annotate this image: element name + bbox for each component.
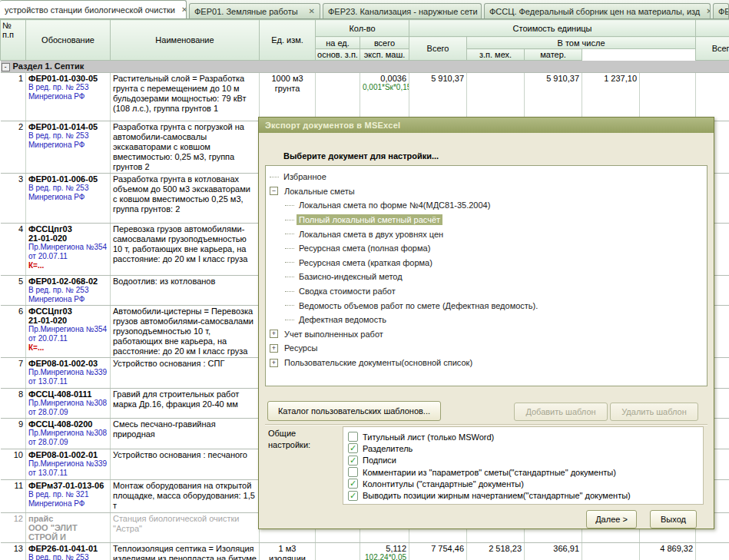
section-row[interactable]: -Раздел 1. Септик (1, 61, 729, 73)
tree-item[interactable]: +Пользовательские документы(основной спи… (266, 356, 707, 370)
cell-ed-izm[interactable]: 1000 м3 грунта (260, 72, 316, 121)
cell-naimenovanie[interactable]: Автомобили-цистерны = Перевозка грузов а… (111, 305, 260, 357)
settings-checkbox-row[interactable]: ✓Подписи (348, 455, 703, 466)
cell-vsego-right[interactable] (696, 542, 729, 560)
tree-item[interactable]: Сводка стоимости работ (266, 284, 707, 299)
tab-1[interactable]: устройство станции биологической очистки… (0, 0, 187, 18)
tree-item[interactable]: Ресурсная смета (краткая форма) (266, 256, 707, 270)
settings-checkbox-row[interactable]: ✓Титульный лист (только MSWord) (348, 431, 703, 442)
tab-3[interactable]: ФЕР23. Канализация - наружные сети✕ (323, 3, 482, 18)
checkbox-checked-icon[interactable]: ✓ (348, 491, 358, 501)
cell-num[interactable]: 12 (1, 512, 26, 542)
cell-num[interactable]: 3 (1, 173, 26, 223)
cell-zp-mekh[interactable] (582, 542, 640, 560)
cell-num[interactable]: 8 (1, 388, 26, 418)
tab-close-icon[interactable]: ✕ (175, 5, 187, 14)
settings-checkbox-row[interactable]: ✓Разделитель (348, 442, 703, 454)
cell-num[interactable]: 10 (1, 449, 26, 479)
checkbox-checked-icon[interactable]: ✓ (348, 456, 358, 466)
tree-item[interactable]: +Ресурсы (266, 341, 707, 356)
cell-kol-na-ed[interactable] (316, 72, 360, 121)
collapse-icon[interactable]: − (270, 187, 278, 195)
cell-eksp-mash[interactable]: 366,91 (525, 542, 582, 560)
tab-close-icon[interactable]: ✕ (478, 7, 482, 15)
cell-obosnovanie[interactable]: ФЕР08-01-002-03Пр.Минрегиона №339от 13.0… (26, 357, 111, 388)
tree-item[interactable]: +Учет выполненных работ (266, 327, 707, 342)
cell-zp-mekh[interactable]: 1 237,10 (582, 72, 640, 121)
cell-mater[interactable]: 4 869,32 (640, 542, 696, 560)
next-button[interactable]: Далее > (586, 510, 637, 529)
expand-icon[interactable]: + (270, 344, 278, 353)
tab-2[interactable]: ФЕР01. Земляные работы✕ (189, 3, 320, 18)
cell-num[interactable]: 11 (1, 479, 26, 512)
tree-item[interactable]: −Локальные сметы (266, 184, 707, 199)
cell-obosnovanie[interactable]: ФЕР01-01-014-05В ред. пр. № 253Минрегион… (26, 121, 111, 173)
cell-num[interactable]: 1 (1, 72, 26, 121)
cell-num[interactable]: 4 (1, 223, 26, 275)
cell-obosnovanie[interactable]: ФЕР26-01-041-01В ред. пр. № 253Минрегион… (26, 542, 111, 560)
cell-obosnovanie[interactable]: ФССЦ-408-0200Пр.Минрегиона №308от 28.07.… (26, 418, 111, 449)
tree-item[interactable]: Локальная смета по форме №4(МДС81-35.200… (266, 198, 707, 213)
cell-naimenovanie[interactable]: Разработка грунта с погрузкой на автомоб… (111, 121, 260, 173)
tree-item[interactable]: Дефектная ведомость (266, 313, 707, 327)
cell-naimenovanie[interactable]: Водоотлив: из котлованов (111, 275, 260, 305)
tab-5[interactable]: ФЕ (713, 3, 729, 18)
cell-obosnovanie[interactable]: ФЕР01-01-030-05В ред. пр. № 253Минрегион… (26, 72, 111, 121)
checkbox-unchecked-icon[interactable]: ✓ (348, 432, 358, 442)
expand-icon[interactable]: + (270, 359, 278, 367)
tab-close-icon[interactable]: ✕ (303, 7, 315, 15)
cell-ed-izm[interactable]: 1 м3 изоляции (260, 542, 316, 560)
tab-close-icon[interactable]: ✕ (700, 7, 711, 15)
cell-mater[interactable] (640, 72, 696, 121)
section-collapse-icon[interactable]: - (2, 63, 10, 71)
table-row[interactable]: 13ФЕР26-01-041-01В ред. пр. № 253Минреги… (1, 542, 729, 560)
cell-naimenovanie[interactable]: Монтаж оборудования на открытой площадке… (111, 479, 260, 512)
tab-4[interactable]: ФССЦ. Федеральный сборник цен на материа… (484, 3, 711, 18)
tree-item[interactable]: Ресурсная смета (полная форма) (266, 241, 707, 256)
cell-num[interactable]: 5 (1, 275, 26, 305)
cell-obosnovanie[interactable]: прайсООО "ЭЛИТ СТРОЙ И (26, 512, 111, 542)
add-template-button[interactable]: Добавить шаблон (514, 403, 608, 421)
cell-vsego-right[interactable] (696, 72, 729, 121)
checkbox-checked-icon[interactable]: ✓ (348, 443, 358, 453)
cell-osnov-zp[interactable] (467, 72, 525, 121)
cell-naimenovanie[interactable]: Устройство основания : СПГ (111, 357, 260, 388)
cell-obosnovanie[interactable]: ФССЦпг0321-01-020Пр.Минрегиона №354от 20… (26, 223, 111, 275)
cell-obosnovanie[interactable]: ФССЦпг0321-01-020Пр.Минрегиона №354от 20… (26, 305, 111, 357)
settings-checkbox-row[interactable]: ✓Колонтитулы ("стандартные" документы) (348, 478, 703, 489)
cell-num[interactable]: 6 (1, 305, 26, 357)
cell-num[interactable]: 2 (1, 121, 26, 173)
cell-obosnovanie[interactable]: ФЕР01-02-068-02В ред. пр. № 253Минрегион… (26, 275, 111, 305)
cell-obosnovanie[interactable]: ФЕР01-01-006-05В ред. пр. № 253Минрегион… (26, 173, 111, 223)
delete-template-button[interactable]: Удалить шаблон (610, 403, 698, 421)
tree-item[interactable]: Ведомость объемов работ по смете (Дефект… (266, 298, 707, 313)
cell-naimenovanie[interactable]: Теплоизоляция септика = Изоляция изделия… (111, 542, 260, 560)
cell-osnov-zp[interactable]: 2 518,23 (467, 542, 525, 560)
expand-icon[interactable]: + (270, 330, 278, 338)
cell-naimenovanie[interactable]: Гравий для строительных работ марка Др.1… (111, 388, 260, 418)
tree-item[interactable]: Локальная смета в двух уровнях цен (266, 227, 707, 241)
cell-obosnovanie[interactable]: ФЕРм37-01-013-06В ред. пр. № 321Минрегио… (26, 479, 111, 512)
cell-naimenovanie[interactable]: Устройство основания : песчаного (111, 449, 260, 479)
checkbox-checked-icon[interactable]: ✓ (348, 479, 358, 489)
cell-num[interactable]: 7 (1, 357, 26, 388)
cell-kol-vsego[interactable]: 0,00360,001*Sк*0,15 (360, 72, 409, 121)
settings-checkbox-row[interactable]: ✓Выводить позиции жирным начертанием("ст… (348, 489, 703, 501)
cell-naimenovanie[interactable]: Разработка грунта в котлованах объемом д… (111, 173, 260, 223)
cell-naimenovanie[interactable]: Смесь песчано-гравийная природная (111, 418, 260, 449)
cell-obosnovanie[interactable]: ФССЦ-408-0111Пр.Минрегиона №308от 28.07.… (26, 388, 111, 418)
cell-naimenovanie[interactable]: Перевозка грузов автомобилями-самосвалам… (111, 223, 260, 275)
cell-kol-vsego[interactable]: 5,112102,24*0,05 (360, 542, 409, 560)
cell-vsego[interactable]: 7 754,46 (409, 542, 467, 560)
cell-num[interactable]: 9 (1, 418, 26, 449)
cell-eksp-mash[interactable]: 5 910,37 (525, 72, 582, 121)
settings-checkbox-row[interactable]: ✓Комментарии из "параметров" сметы("стан… (348, 466, 703, 478)
cell-num[interactable]: 13 (1, 542, 26, 560)
tree-item[interactable]: Базисно-индексный метод (266, 270, 707, 284)
cell-kol-na-ed[interactable] (316, 542, 360, 560)
cell-naimenovanie[interactable]: Растительный слой = Разработка грунта с … (111, 72, 260, 121)
checkbox-unchecked-icon[interactable]: ✓ (348, 467, 358, 477)
exit-button[interactable]: Выход (650, 510, 697, 529)
dialog-titlebar[interactable]: Экспорт документов в MSExcel (259, 118, 714, 133)
cell-obosnovanie[interactable]: ФЕР08-01-002-01Пр.Минрегиона №339от 13.0… (26, 449, 111, 479)
